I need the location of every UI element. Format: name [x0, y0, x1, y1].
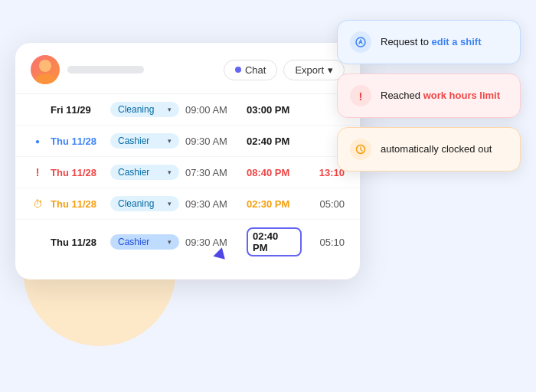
work-hours-icon: !	[350, 85, 371, 106]
row-date: Thu 11/28	[51, 237, 104, 248]
svg-point-0	[39, 60, 51, 72]
shift-table: Fri 11/29 Cleaning ▾ 09:00 AM 03:00 PM ●…	[15, 94, 360, 264]
badge-arrow-icon: ▾	[168, 200, 172, 207]
table-row: ⏱ Thu 11/28 Cleaning ▾ 09:30 AM 02:30 PM…	[15, 188, 360, 220]
time-start: 09:00 AM	[185, 104, 240, 116]
duration: 05:10	[319, 237, 345, 248]
table-row: Thu 11/28 Cashier ▾ 09:30 AM 02:40 PM 05…	[15, 220, 360, 264]
auto-clock-icon	[350, 139, 371, 160]
tooltip-text: Request to edit a shift	[381, 35, 482, 49]
row-date: Fri 11/29	[51, 104, 104, 116]
badge-arrow-icon: ▾	[168, 137, 172, 145]
row-icon	[31, 103, 44, 116]
role-label: Cashier	[118, 167, 149, 178]
tooltip-edit-shift: Request to edit a shift	[337, 20, 521, 64]
export-button[interactable]: Export ▾	[283, 60, 345, 80]
time-end[interactable]: 02:40 PM	[247, 227, 302, 256]
avatar	[31, 55, 60, 84]
export-label: Export	[295, 64, 324, 76]
row-date: Thu 11/28	[51, 136, 104, 147]
table-row: ● Thu 11/28 Cashier ▾ 09:30 AM 02:40 PM	[15, 126, 360, 157]
duration: 05:00	[319, 198, 345, 210]
time-end: 08:40 PM	[247, 167, 302, 178]
row-icon: ⏱	[31, 197, 44, 211]
chat-button[interactable]: Chat	[224, 60, 277, 80]
tooltip-text: automatically clocked out	[381, 142, 492, 156]
card-header: Chat Export ▾	[15, 55, 360, 94]
row-date: Thu 11/28	[51, 198, 104, 210]
accent-text: work hours limit	[423, 90, 500, 101]
role-badge[interactable]: Cashier ▾	[110, 234, 179, 250]
tooltip-auto-text: automatically clocked out	[381, 143, 492, 155]
header-actions: Chat Export ▾	[224, 60, 345, 80]
tooltip-auto-clocked: automatically clocked out	[337, 127, 521, 172]
role-label: Cleaning	[118, 104, 154, 115]
chat-dot-icon	[235, 67, 241, 73]
role-label: Cashier	[118, 136, 149, 146]
row-date: Thu 11/28	[51, 167, 104, 178]
edit-shift-icon	[350, 31, 371, 53]
badge-arrow-icon: ▾	[168, 238, 172, 246]
scene: Chat Export ▾ Fri 11/29 Cleaning ▾ 09:00…	[15, 20, 521, 372]
time-end: 02:30 PM	[247, 198, 302, 210]
tooltip-work-hours: ! Reached work hours limit	[337, 74, 521, 118]
tooltip-cards: Request to edit a shift ! Reached work h…	[337, 20, 521, 172]
badge-arrow-icon: ▾	[168, 168, 172, 176]
role-badge[interactable]: Cleaning ▾	[110, 102, 179, 117]
accent-text: edit a shift	[432, 36, 482, 47]
role-badge[interactable]: Cashier ▾	[110, 133, 179, 149]
cursor-icon	[213, 246, 227, 260]
tooltip-text: Reached work hours limit	[381, 89, 500, 103]
row-icon: ●	[31, 134, 44, 148]
time-start: 09:30 AM	[185, 198, 240, 210]
export-chevron-icon: ▾	[328, 64, 333, 76]
svg-point-1	[35, 74, 55, 84]
role-badge[interactable]: Cleaning ▾	[110, 196, 179, 211]
role-label: Cleaning	[118, 198, 154, 209]
name-placeholder	[67, 66, 144, 74]
main-card: Chat Export ▾ Fri 11/29 Cleaning ▾ 09:00…	[15, 43, 360, 279]
time-end: 02:40 PM	[247, 136, 302, 147]
table-row: Fri 11/29 Cleaning ▾ 09:00 AM 03:00 PM	[15, 94, 360, 126]
time-start: 07:30 AM	[185, 167, 240, 178]
row-icon: !	[31, 165, 44, 179]
time-end: 03:00 PM	[247, 104, 302, 116]
time-start: 09:30 AM	[185, 237, 240, 248]
role-label: Cashier	[118, 237, 149, 247]
time-start: 09:30 AM	[185, 136, 240, 147]
chat-label: Chat	[245, 64, 266, 76]
row-icon	[31, 235, 44, 249]
role-badge[interactable]: Cashier ▾	[110, 165, 179, 180]
badge-arrow-icon: ▾	[168, 106, 172, 113]
table-row: ! Thu 11/28 Cashier ▾ 07:30 AM 08:40 PM …	[15, 157, 360, 188]
